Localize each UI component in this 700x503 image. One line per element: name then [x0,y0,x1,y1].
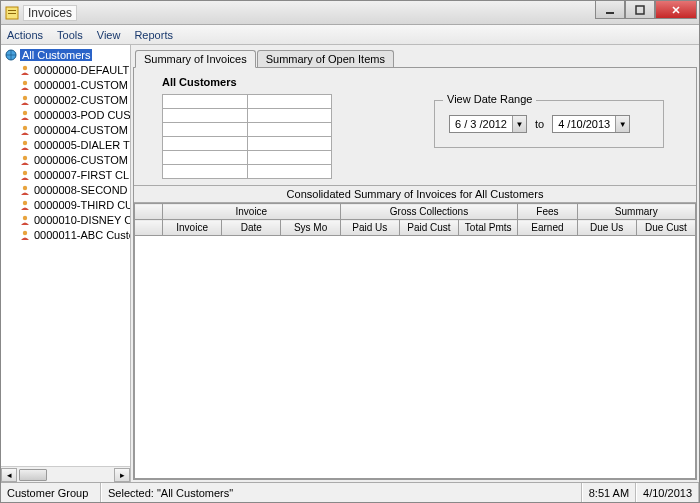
svg-point-18 [23,215,27,219]
menubar: Actions Tools View Reports [1,25,699,45]
tree-item-label: 0000002-CUSTOM [34,94,128,106]
date-from-value: 6 / 3 /2012 [450,118,512,130]
svg-point-14 [23,155,27,159]
grid-body[interactable] [134,236,696,479]
globe-icon [5,49,17,61]
tree-item[interactable]: 0000005-DIALER T [5,137,130,152]
col-paidus[interactable]: Paid Us [340,220,399,236]
svg-rect-1 [8,10,16,11]
scroll-thumb[interactable] [19,469,47,481]
date-range-legend: View Date Range [443,93,536,105]
tree-item-label: 0000001-CUSTOM [34,79,128,91]
customer-icon [19,64,31,76]
col-group-invoice[interactable]: Invoice [163,204,341,220]
customer-icon [19,139,31,151]
date-to-picker[interactable]: 4 /10/2013 ▼ [552,115,630,133]
customer-icon [19,94,31,106]
col-invoice[interactable]: Invoice [163,220,222,236]
customer-icon [19,184,31,196]
tree-item-label: 0000003-POD CUS [34,109,130,121]
titlebar: Invoices [1,1,699,25]
tree-item[interactable]: 0000002-CUSTOM [5,92,130,107]
customer-icon [19,109,31,121]
status-left: Customer Group [1,483,101,502]
menu-tools[interactable]: Tools [57,29,83,41]
menu-view[interactable]: View [97,29,121,41]
tree-item[interactable]: 0000001-CUSTOM [5,77,130,92]
close-button[interactable] [655,1,697,19]
tree-item[interactable]: 0000010-DISNEY C [5,212,130,227]
col-group-summary[interactable]: Summary [577,204,695,220]
menu-reports[interactable]: Reports [134,29,173,41]
dropdown-icon[interactable]: ▼ [615,116,629,132]
customer-icon [19,79,31,91]
scroll-left-icon[interactable]: ◂ [1,468,17,482]
minimize-button[interactable] [595,1,625,19]
customer-summary-box: All Customers [162,76,352,179]
svg-rect-2 [8,13,16,14]
tree-item-label: 0000008-SECOND [34,184,128,196]
svg-point-10 [23,95,27,99]
tree-item-label: 0000007-FIRST CL [34,169,129,181]
to-label: to [535,118,544,130]
col-date[interactable]: Date [222,220,281,236]
tab-summary-invoices[interactable]: Summary of Invoices [135,50,256,68]
status-time: 8:51 AM [582,483,636,502]
tree-root[interactable]: All Customers [5,47,130,62]
date-to-value: 4 /10/2013 [553,118,615,130]
tree-item[interactable]: 0000009-THIRD CU [5,197,130,212]
status-date: 4/10/2013 [636,483,699,502]
menu-actions[interactable]: Actions [7,29,43,41]
col-duecust[interactable]: Due Cust [636,220,695,236]
window-title: Invoices [23,5,77,21]
tree-item-label: 0000011-ABC Custo [34,229,130,241]
upper-panel: All Customers View Date Range 6 [134,68,696,186]
tree-item[interactable]: 0000006-CUSTOM [5,152,130,167]
tab-summary-open-items[interactable]: Summary of Open Items [257,50,394,67]
col-group-fees[interactable]: Fees [518,204,577,220]
svg-point-9 [23,80,27,84]
col-group-gross[interactable]: Gross Collections [340,204,518,220]
customer-icon [19,214,31,226]
customer-icon [19,124,31,136]
customer-icon [19,169,31,181]
svg-point-12 [23,125,27,129]
tabs: Summary of Invoices Summary of Open Item… [133,47,697,67]
tree-item-label: 0000009-THIRD CU [34,199,130,211]
col-totalpmts[interactable]: Total Pmts [459,220,518,236]
grid-title: Consolidated Summary of Invoices for All… [134,186,696,203]
grid-headers: Invoice Gross Collections Fees Summary I… [134,203,696,236]
tree-item[interactable]: 0000011-ABC Custo [5,227,130,242]
tree-item[interactable]: 0000008-SECOND [5,182,130,197]
statusbar: Customer Group Selected: "All Customers"… [1,482,699,502]
svg-rect-3 [606,12,614,14]
col-earned[interactable]: Earned [518,220,577,236]
tree-item-label: 0000006-CUSTOM [34,154,128,166]
svg-point-15 [23,170,27,174]
col-paidcust[interactable]: Paid Cust [399,220,458,236]
tree-item-label: 0000005-DIALER T [34,139,130,151]
tree-item[interactable]: 0000000-DEFAULT [5,62,130,77]
col-dueus[interactable]: Due Us [577,220,636,236]
content: All Customers 0000000-DEFAULT 0000001-CU… [1,45,699,482]
app-icon [5,6,19,20]
all-customers-heading: All Customers [162,76,352,88]
svg-point-11 [23,110,27,114]
tree-item[interactable]: 0000007-FIRST CL [5,167,130,182]
dropdown-icon[interactable]: ▼ [512,116,526,132]
col-sysmo[interactable]: Sys Mo [281,220,340,236]
tree-item-label: 0000004-CUSTOM [34,124,128,136]
tree-hscrollbar[interactable]: ◂ ▸ [1,466,130,482]
maximize-button[interactable] [625,1,655,19]
svg-rect-4 [636,6,644,14]
tree-item[interactable]: 0000004-CUSTOM [5,122,130,137]
tree-item-label: 0000000-DEFAULT [34,64,129,76]
date-from-picker[interactable]: 6 / 3 /2012 ▼ [449,115,527,133]
svg-point-16 [23,185,27,189]
customer-icon [19,229,31,241]
window-controls [595,1,697,19]
tree-item-label: 0000010-DISNEY C [34,214,130,226]
status-selected: Selected: "All Customers" [101,483,582,502]
tree-item[interactable]: 0000003-POD CUS [5,107,130,122]
scroll-right-icon[interactable]: ▸ [114,468,130,482]
